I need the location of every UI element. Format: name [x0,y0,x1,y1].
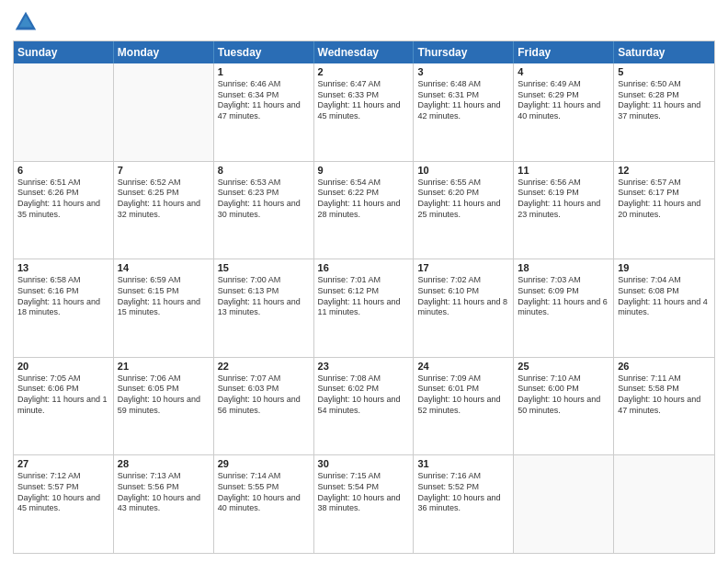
cal-cell-content: Sunrise: 6:55 AM Sunset: 6:20 PM Dayligh… [417,178,509,221]
cal-week-1: 1Sunrise: 6:46 AM Sunset: 6:34 PM Daylig… [14,63,714,161]
cal-day-number: 23 [318,361,410,372]
cal-day-number: 26 [618,361,711,372]
cal-cell: 1Sunrise: 6:46 AM Sunset: 6:34 PM Daylig… [214,63,314,161]
cal-cell: 25Sunrise: 7:10 AM Sunset: 6:00 PM Dayli… [514,358,614,455]
cal-cell-content: Sunrise: 7:03 AM Sunset: 6:09 PM Dayligh… [518,275,609,318]
cal-day-number: 2 [318,66,410,77]
cal-cell-content: Sunrise: 6:57 AM Sunset: 6:17 PM Dayligh… [618,178,711,221]
cal-cell: 12Sunrise: 6:57 AM Sunset: 6:17 PM Dayli… [614,162,714,259]
cal-day-number: 14 [118,262,210,273]
cal-day-number: 17 [417,262,509,273]
header [13,9,715,35]
cal-cell: 22Sunrise: 7:07 AM Sunset: 6:03 PM Dayli… [214,358,314,455]
cal-cell-content: Sunrise: 7:13 AM Sunset: 5:56 PM Dayligh… [118,471,210,514]
cal-cell-content: Sunrise: 6:47 AM Sunset: 6:33 PM Dayligh… [318,79,410,122]
cal-cell: 4Sunrise: 6:49 AM Sunset: 6:29 PM Daylig… [514,63,614,161]
page: SundayMondayTuesdayWednesdayThursdayFrid… [0,0,728,563]
cal-day-number: 8 [218,165,310,176]
cal-cell: 16Sunrise: 7:01 AM Sunset: 6:12 PM Dayli… [314,259,415,357]
cal-cell-content: Sunrise: 6:56 AM Sunset: 6:19 PM Dayligh… [518,178,609,221]
cal-cell: 30Sunrise: 7:15 AM Sunset: 5:54 PM Dayli… [314,455,415,553]
cal-cell-content: Sunrise: 6:52 AM Sunset: 6:25 PM Dayligh… [118,178,210,221]
cal-week-2: 6Sunrise: 6:51 AM Sunset: 6:26 PM Daylig… [14,161,714,259]
logo [13,9,42,35]
cal-cell: 10Sunrise: 6:55 AM Sunset: 6:20 PM Dayli… [414,162,514,259]
cal-cell-content: Sunrise: 6:53 AM Sunset: 6:23 PM Dayligh… [218,178,310,221]
cal-day-number: 5 [618,66,711,77]
cal-day-number: 30 [318,458,410,469]
cal-cell-content: Sunrise: 7:07 AM Sunset: 6:03 PM Dayligh… [218,373,310,417]
cal-cell: 26Sunrise: 7:11 AM Sunset: 5:58 PM Dayli… [614,358,714,455]
cal-day-number: 13 [17,262,109,273]
cal-header-saturday: Saturday [614,41,714,63]
cal-day-number: 11 [518,165,609,176]
cal-cell-content: Sunrise: 6:50 AM Sunset: 6:28 PM Dayligh… [618,79,711,122]
cal-cell: 18Sunrise: 7:03 AM Sunset: 6:09 PM Dayli… [514,259,614,357]
calendar-header-row: SundayMondayTuesdayWednesdayThursdayFrid… [14,41,714,63]
cal-cell-content: Sunrise: 7:01 AM Sunset: 6:12 PM Dayligh… [318,275,410,318]
cal-cell: 3Sunrise: 6:48 AM Sunset: 6:31 PM Daylig… [414,63,514,161]
cal-cell [114,63,214,161]
cal-cell-content: Sunrise: 7:12 AM Sunset: 5:57 PM Dayligh… [17,471,109,514]
cal-day-number: 4 [518,66,609,77]
cal-cell: 7Sunrise: 6:52 AM Sunset: 6:25 PM Daylig… [114,162,214,259]
cal-cell: 13Sunrise: 6:58 AM Sunset: 6:16 PM Dayli… [14,259,114,357]
cal-cell-content: Sunrise: 7:10 AM Sunset: 6:00 PM Dayligh… [518,373,609,417]
cal-cell: 9Sunrise: 6:54 AM Sunset: 6:22 PM Daylig… [314,162,415,259]
cal-cell: 29Sunrise: 7:14 AM Sunset: 5:55 PM Dayli… [214,455,314,553]
cal-cell-content: Sunrise: 6:59 AM Sunset: 6:15 PM Dayligh… [118,275,210,318]
cal-cell: 27Sunrise: 7:12 AM Sunset: 5:57 PM Dayli… [14,455,114,553]
cal-header-friday: Friday [514,41,614,63]
cal-header-thursday: Thursday [414,41,514,63]
cal-cell-content: Sunrise: 7:06 AM Sunset: 6:05 PM Dayligh… [118,373,210,417]
cal-day-number: 15 [218,262,310,273]
cal-cell: 24Sunrise: 7:09 AM Sunset: 6:01 PM Dayli… [414,358,514,455]
cal-day-number: 1 [218,66,310,77]
cal-day-number: 18 [518,262,609,273]
cal-cell-content: Sunrise: 6:46 AM Sunset: 6:34 PM Dayligh… [218,79,310,122]
cal-day-number: 20 [17,361,109,372]
cal-header-tuesday: Tuesday [214,41,314,63]
cal-header-monday: Monday [114,41,214,63]
cal-cell: 23Sunrise: 7:08 AM Sunset: 6:02 PM Dayli… [314,358,415,455]
cal-cell-content: Sunrise: 6:54 AM Sunset: 6:22 PM Dayligh… [318,178,410,221]
cal-cell-content: Sunrise: 6:48 AM Sunset: 6:31 PM Dayligh… [417,79,509,122]
cal-day-number: 7 [118,165,210,176]
calendar: SundayMondayTuesdayWednesdayThursdayFrid… [13,40,715,554]
cal-cell: 11Sunrise: 6:56 AM Sunset: 6:19 PM Dayli… [514,162,614,259]
cal-header-sunday: Sunday [14,41,114,63]
cal-cell-content: Sunrise: 7:16 AM Sunset: 5:52 PM Dayligh… [417,471,509,514]
cal-cell: 17Sunrise: 7:02 AM Sunset: 6:10 PM Dayli… [414,259,514,357]
cal-day-number: 28 [118,458,210,469]
cal-cell-content: Sunrise: 6:51 AM Sunset: 6:26 PM Dayligh… [17,178,109,221]
cal-cell: 2Sunrise: 6:47 AM Sunset: 6:33 PM Daylig… [314,63,415,161]
cal-cell [514,455,614,553]
cal-day-number: 19 [618,262,711,273]
cal-header-wednesday: Wednesday [314,41,415,63]
cal-week-3: 13Sunrise: 6:58 AM Sunset: 6:16 PM Dayli… [14,259,714,357]
cal-day-number: 31 [417,458,509,469]
cal-day-number: 29 [218,458,310,469]
cal-cell: 20Sunrise: 7:05 AM Sunset: 6:06 PM Dayli… [14,358,114,455]
cal-day-number: 16 [318,262,410,273]
cal-cell: 21Sunrise: 7:06 AM Sunset: 6:05 PM Dayli… [114,358,214,455]
cal-day-number: 9 [318,165,410,176]
cal-day-number: 24 [417,361,509,372]
cal-cell: 6Sunrise: 6:51 AM Sunset: 6:26 PM Daylig… [14,162,114,259]
cal-day-number: 10 [417,165,509,176]
cal-day-number: 22 [218,361,310,372]
cal-cell-content: Sunrise: 7:08 AM Sunset: 6:02 PM Dayligh… [318,373,410,417]
cal-cell-content: Sunrise: 7:15 AM Sunset: 5:54 PM Dayligh… [318,471,410,514]
cal-cell-content: Sunrise: 7:14 AM Sunset: 5:55 PM Dayligh… [218,471,310,514]
cal-cell: 31Sunrise: 7:16 AM Sunset: 5:52 PM Dayli… [414,455,514,553]
cal-day-number: 12 [618,165,711,176]
cal-week-5: 27Sunrise: 7:12 AM Sunset: 5:57 PM Dayli… [14,454,714,553]
cal-cell: 8Sunrise: 6:53 AM Sunset: 6:23 PM Daylig… [214,162,314,259]
cal-cell-content: Sunrise: 6:49 AM Sunset: 6:29 PM Dayligh… [518,79,609,122]
cal-day-number: 25 [518,361,609,372]
cal-day-number: 3 [417,66,509,77]
cal-cell-content: Sunrise: 7:04 AM Sunset: 6:08 PM Dayligh… [618,275,711,318]
cal-cell [14,63,114,161]
cal-cell-content: Sunrise: 6:58 AM Sunset: 6:16 PM Dayligh… [17,275,109,318]
cal-cell: 19Sunrise: 7:04 AM Sunset: 6:08 PM Dayli… [614,259,714,357]
